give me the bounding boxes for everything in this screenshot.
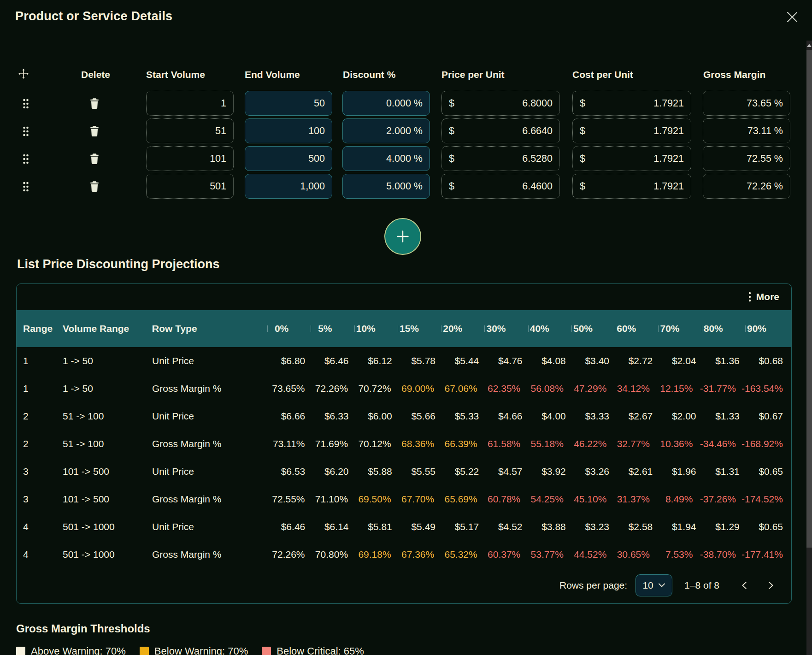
cell-gross-margin: 44.52%: [569, 549, 612, 560]
cost-per-unit-input[interactable]: $1.7921: [572, 146, 691, 171]
cell-gross-margin: -34.46%: [698, 438, 741, 449]
cell-volume-range: 51 -> 100: [63, 411, 152, 422]
start-volume-input-value: 501: [210, 181, 233, 192]
cell-gross-margin: 70.12%: [353, 438, 397, 449]
add-row-button[interactable]: [384, 218, 421, 255]
close-button[interactable]: [783, 8, 801, 26]
drag-handle[interactable]: [22, 153, 30, 165]
cell-gross-margin: 31.37%: [612, 494, 655, 505]
price-per-unit-input[interactable]: $6.6640: [441, 118, 560, 143]
start-volume-input[interactable]: 1: [146, 91, 234, 116]
currency-symbol: $: [442, 98, 454, 109]
cell-gross-margin: -163.54%: [741, 383, 788, 394]
end-volume-input[interactable]: 1,000: [245, 174, 332, 199]
start-volume-input[interactable]: 51: [146, 118, 234, 143]
gross-margin-field[interactable]: 73.65 %: [703, 91, 790, 116]
delete-row-button[interactable]: [89, 153, 100, 165]
cell-unit-price: $6.14: [311, 521, 354, 532]
drag-handle[interactable]: [22, 181, 30, 193]
start-volume-input-value: 1: [221, 98, 233, 109]
cell-unit-price: $4.66: [484, 411, 528, 422]
drag-handle[interactable]: [22, 125, 30, 137]
next-page-button[interactable]: [762, 577, 779, 594]
price-per-unit-input-value: 6.6640: [522, 125, 559, 137]
legend-swatch: [262, 647, 271, 655]
scrollbar[interactable]: [806, 41, 812, 655]
rows-per-page-select[interactable]: 10: [635, 574, 672, 596]
cell-range: 4: [17, 549, 63, 560]
cell-unit-price: $2.58: [615, 521, 658, 532]
gross-margin-field[interactable]: 73.11 %: [703, 118, 790, 143]
cell-range: 3: [17, 466, 63, 477]
cell-unit-price: $6.80: [267, 355, 311, 366]
cell-volume-range: 1 -> 50: [63, 355, 152, 366]
discount-input[interactable]: 4.000 %: [342, 146, 430, 171]
cell-unit-price: $2.00: [658, 411, 701, 422]
discount-input[interactable]: 5.000 %: [342, 174, 430, 199]
currency-symbol: $: [573, 181, 585, 192]
cell-gross-margin: 70.72%: [353, 383, 397, 394]
discount-input[interactable]: 0.000 %: [342, 91, 430, 116]
chevron-right-icon: [765, 580, 776, 590]
table-row: 11 -> 50Gross Margin %73.65%72.26%70.72%…: [17, 375, 791, 402]
gross-margin-field[interactable]: 72.26 %: [703, 174, 790, 199]
price-per-unit-input[interactable]: $6.5280: [441, 146, 560, 171]
cell-gross-margin: 54.25%: [526, 494, 569, 505]
currency-symbol: $: [573, 125, 585, 137]
cost-per-unit-input[interactable]: $1.7921: [572, 91, 691, 116]
price-per-unit-input[interactable]: $6.4600: [441, 174, 560, 199]
trash-icon: [89, 97, 100, 109]
cell-unit-price: $1.94: [658, 521, 701, 532]
delete-row-button[interactable]: [89, 97, 100, 109]
column-header-delete: Delete: [81, 69, 110, 80]
currency-symbol: $: [442, 181, 454, 192]
price-per-unit-input[interactable]: $6.8000: [441, 91, 560, 116]
currency-symbol: $: [442, 125, 454, 137]
legend-item: Below Warning: 70%: [140, 645, 248, 655]
table-header-row-type: Row Type: [152, 323, 267, 334]
delete-row-button[interactable]: [89, 125, 100, 137]
cell-gross-margin: 10.36%: [655, 438, 699, 449]
end-volume-input[interactable]: 500: [245, 146, 332, 171]
start-volume-input[interactable]: 501: [146, 174, 234, 199]
end-volume-input[interactable]: 100: [245, 118, 332, 143]
start-volume-input[interactable]: 101: [146, 146, 234, 171]
delete-row-button[interactable]: [89, 180, 100, 192]
table-header-15-: 15%: [398, 323, 441, 334]
prev-page-button[interactable]: [736, 577, 753, 594]
cell-gross-margin: 67.36%: [397, 549, 440, 560]
more-button[interactable]: More: [746, 291, 782, 303]
cell-unit-price: $2.67: [615, 411, 658, 422]
cost-per-unit-input[interactable]: $1.7921: [572, 118, 691, 143]
cell-gross-margin: -177.41%: [741, 549, 788, 560]
move-all-icon[interactable]: [18, 68, 29, 79]
table-header-90-: 90%: [745, 323, 788, 334]
cell-gross-margin: -174.52%: [741, 494, 788, 505]
gross-margin-field[interactable]: 72.55 %: [703, 146, 790, 171]
plus-icon: [395, 229, 411, 244]
discount-input[interactable]: 2.000 %: [342, 118, 430, 143]
legend-swatch: [140, 647, 149, 655]
cell-gross-margin: 69.18%: [353, 549, 397, 560]
table-header-5-: 5%: [311, 323, 354, 334]
cell-volume-range: 101 -> 500: [63, 466, 152, 477]
cell-gross-margin: 72.26%: [267, 549, 311, 560]
cell-unit-price: $6.46: [311, 355, 354, 366]
cell-gross-margin: 60.37%: [483, 549, 526, 560]
cell-unit-price: $5.88: [354, 466, 398, 477]
cost-per-unit-input[interactable]: $1.7921: [572, 174, 691, 199]
scroll-up-arrow-icon[interactable]: [807, 44, 812, 47]
cell-volume-range: 101 -> 500: [63, 494, 152, 505]
cell-unit-price: $2.61: [615, 466, 658, 477]
drag-handle[interactable]: [22, 98, 30, 110]
thresholds-legend: Above Warning: 70%Below Warning: 70%Belo…: [16, 645, 364, 655]
end-volume-input[interactable]: 50: [245, 91, 332, 116]
cell-unit-price: $3.40: [571, 355, 615, 366]
cell-unit-price: $6.46: [267, 521, 311, 532]
projections-panel: More RangeVolume RangeRow Type0%5%10%15%…: [16, 283, 792, 604]
cell-gross-margin: 69.50%: [353, 494, 397, 505]
cell-unit-price: $6.66: [267, 411, 311, 422]
cell-gross-margin: 66.39%: [440, 438, 483, 449]
scrollbar-thumb[interactable]: [806, 50, 812, 548]
cell-unit-price: $0.67: [745, 411, 788, 422]
